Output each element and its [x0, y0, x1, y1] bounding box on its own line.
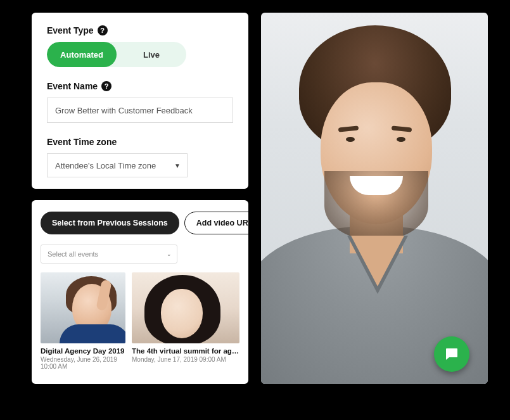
event-tile[interactable]: Digital Agency Day 2019 Wednesday, June …	[41, 272, 125, 370]
event-thumbnail	[41, 272, 125, 343]
event-type-automated-button[interactable]: Automated	[47, 42, 117, 67]
event-filter-select[interactable]: Select all events ⌄	[41, 245, 177, 264]
event-type-live-button[interactable]: Live	[117, 42, 186, 67]
event-setup-card: Event Type ? Automated Live Event Name ?…	[32, 13, 248, 189]
timezone-label: Event Time zone	[47, 137, 117, 147]
event-thumbnail	[132, 272, 239, 343]
chat-icon	[444, 347, 459, 362]
timezone-label-row: Event Time zone	[47, 137, 233, 147]
session-source-buttons: Select from Previous Sessions Add video …	[41, 212, 239, 234]
event-type-label-row: Event Type ?	[47, 25, 233, 35]
event-name-label: Event Name	[47, 81, 98, 91]
previous-events-grid: Digital Agency Day 2019 Wednesday, June …	[41, 272, 239, 370]
add-video-url-button[interactable]: Add video URL	[184, 212, 248, 234]
sessions-card: Select from Previous Sessions Add video …	[32, 200, 248, 384]
presenter-photo	[261, 13, 488, 384]
timezone-select[interactable]: Attendee's Local Time zone ▼	[47, 153, 188, 177]
event-name-input[interactable]	[47, 98, 233, 123]
help-icon[interactable]: ?	[98, 25, 108, 35]
help-icon[interactable]: ?	[101, 81, 112, 91]
chat-fab-button[interactable]	[434, 336, 469, 372]
timezone-value: Attendee's Local Time zone	[55, 161, 156, 170]
event-date: Monday, June 17, 2019 09:00 AM	[132, 356, 239, 363]
event-tile[interactable]: The 4th virtual summit for agencies - Mo…	[132, 272, 239, 370]
event-filter-value: Select all events	[48, 250, 98, 258]
event-title: Digital Agency Day 2019	[41, 347, 125, 355]
event-date: Wednesday, June 26, 2019 10:00 AM	[41, 356, 125, 370]
event-name-label-row: Event Name ?	[47, 81, 233, 91]
caret-down-icon: ▼	[174, 162, 181, 169]
chevron-down-icon: ⌄	[167, 251, 172, 257]
event-type-label: Event Type	[47, 25, 94, 35]
event-title: The 4th virtual summit for agencies -	[132, 347, 239, 355]
event-type-toggle: Automated Live	[47, 42, 186, 67]
select-previous-sessions-button[interactable]: Select from Previous Sessions	[41, 212, 179, 234]
